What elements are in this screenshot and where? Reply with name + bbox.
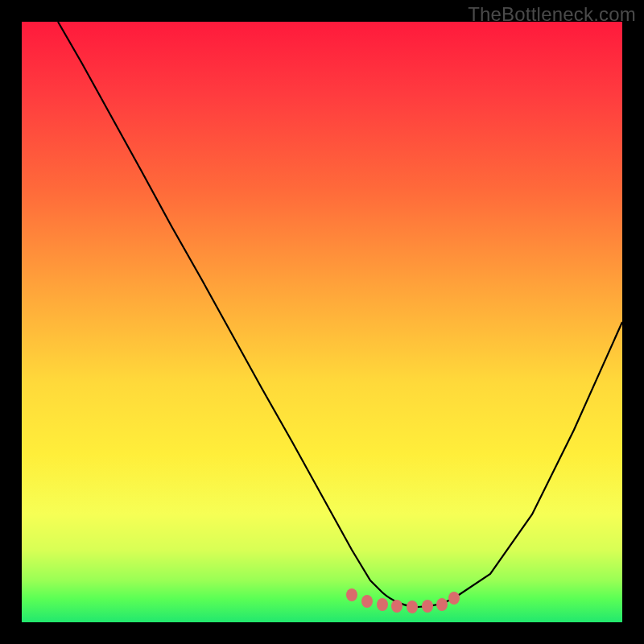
svg-point-6	[436, 598, 448, 611]
watermark-text: TheBottleneck.com	[468, 3, 636, 26]
chart-frame: TheBottleneck.com	[0, 0, 644, 644]
svg-point-4	[407, 601, 418, 613]
svg-point-2	[377, 598, 388, 611]
svg-point-0	[346, 588, 357, 601]
svg-point-7	[448, 592, 460, 605]
svg-point-1	[361, 595, 373, 608]
flat-bottom-dots	[346, 588, 460, 613]
svg-point-5	[422, 600, 433, 613]
bottleneck-curve	[58, 22, 622, 607]
svg-point-3	[391, 600, 402, 613]
curve-layer	[22, 22, 622, 622]
